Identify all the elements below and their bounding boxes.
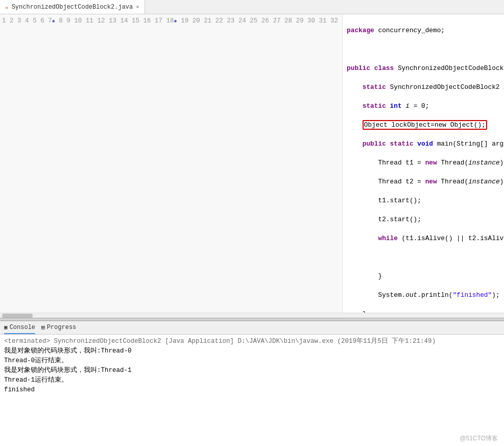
line-num-32: 32: [330, 17, 338, 25]
line-num-23: 23: [227, 17, 234, 25]
line-num-5: 5: [33, 17, 37, 25]
editor-area: 1 2 3 4 5 6 7◆ 8 9 10 11 12 13 14 15 16 …: [0, 14, 504, 318]
code-line-6: Object lockObject=new Object();: [347, 121, 504, 130]
terminated-line: <terminated> SynchronizedObjectCodeBlock…: [4, 337, 500, 346]
code-line-8: Thread t1 = new Thread(instance);: [347, 158, 504, 168]
console-tab[interactable]: ▣ Console: [4, 321, 35, 334]
progress-icon: ▤: [41, 324, 45, 331]
line-num-7: 7◆: [48, 17, 55, 25]
code-line-3: public class SynchronizedObjectCodeBlock…: [347, 64, 504, 74]
line-num-11: 11: [86, 17, 93, 25]
line-num-13: 13: [109, 17, 116, 25]
file-tab[interactable]: ☕ SynchronizedObjectCodeBlock2.java ×: [0, 0, 145, 14]
console-output-line-1: 我是对象锁的代码块形式，我叫:Thread-0: [4, 346, 500, 356]
console-area: ▣ Console ▤ Progress <terminated> Synchr…: [0, 321, 504, 446]
code-line-11: t2.start();: [347, 215, 504, 225]
line-num-22: 22: [215, 17, 223, 25]
line-num-14: 14: [120, 17, 128, 25]
line-num-29: 29: [296, 17, 303, 25]
line-num-30: 30: [307, 17, 315, 25]
line-num-4: 4: [25, 17, 29, 25]
code-line-12: while (t1.isAlive() || t2.isAlive()) {: [347, 234, 504, 244]
line-num-27: 27: [273, 17, 280, 25]
code-line-14: }: [347, 272, 504, 281]
code-line-13: [347, 253, 504, 263]
line-num-16: 16: [143, 17, 151, 25]
console-output-line-5: finished: [4, 385, 500, 395]
code-line-10: t1.start();: [347, 196, 504, 206]
line-num-2: 2: [10, 17, 14, 25]
tab-bar: ☕ SynchronizedObjectCodeBlock2.java ×: [0, 0, 504, 14]
watermark: @51CTO博客: [460, 434, 498, 443]
console-output-line-4: Thread-1运行结束。: [4, 375, 500, 385]
code-line-5: static int i = 0;: [347, 102, 504, 111]
console-tab-bar: ▣ Console ▤ Progress: [0, 321, 504, 335]
line-num-15: 15: [132, 17, 139, 25]
line-num-8: 8: [59, 17, 63, 25]
code-container: 1 2 3 4 5 6 7◆ 8 9 10 11 12 13 14 15 16 …: [0, 14, 504, 313]
scrollbar-thumb[interactable]: [2, 314, 33, 318]
line-num-21: 21: [204, 17, 211, 25]
java-file-icon: ☕: [5, 4, 9, 10]
console-output: <terminated> SynchronizedObjectCodeBlock…: [0, 335, 504, 446]
code-line-1: package concurrency_demo;: [347, 26, 504, 36]
line-num-1: 1: [2, 17, 6, 25]
line-num-28: 28: [284, 17, 292, 25]
horizontal-scrollbar[interactable]: [0, 313, 504, 318]
code-line-2: [347, 45, 504, 55]
line-num-10: 10: [74, 17, 82, 25]
code-line-9: Thread t2 = new Thread(instance);: [347, 177, 504, 187]
line-num-26: 26: [261, 17, 269, 25]
code-line-4: static SynchronizedObjectCodeBlock2 inst…: [347, 83, 504, 92]
line-num-19: 19: [181, 17, 188, 25]
line-num-6: 6: [40, 17, 44, 25]
progress-tab[interactable]: ▤ Progress: [41, 321, 76, 334]
code-line-15: System.out.println("finished");: [347, 291, 504, 300]
line-num-18: 18◆: [166, 17, 177, 25]
line-num-9: 9: [66, 17, 70, 25]
tab-filename: SynchronizedObjectCodeBlock2.java: [12, 4, 133, 11]
console-icon: ▣: [4, 324, 8, 331]
console-output-line-3: 我是对象锁的代码块形式，我叫:Thread-1: [4, 366, 500, 375]
line-num-3: 3: [17, 17, 21, 25]
line-numbers: 1 2 3 4 5 6 7◆ 8 9 10 11 12 13 14 15 16 …: [0, 14, 343, 313]
line-num-17: 17: [155, 17, 162, 25]
line-num-24: 24: [238, 17, 246, 25]
console-tab-label: Console: [10, 324, 35, 331]
line-num-31: 31: [319, 17, 327, 25]
code-content[interactable]: package concurrency_demo; public class S…: [343, 14, 504, 313]
progress-tab-label: Progress: [47, 324, 77, 331]
line-num-20: 20: [193, 17, 200, 25]
tab-close-button[interactable]: ×: [136, 4, 139, 10]
console-output-line-2: Thread-0运行结束。: [4, 356, 500, 366]
line-num-25: 25: [250, 17, 257, 25]
code-line-7: public static void main(String[] args) {: [347, 139, 504, 149]
line-num-12: 12: [97, 17, 105, 25]
